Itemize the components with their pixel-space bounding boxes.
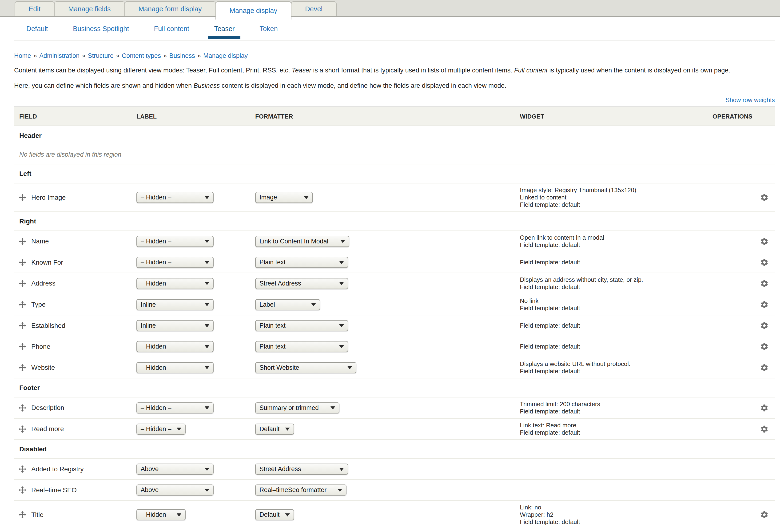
breadcrumb-link-business[interactable]: Business — [169, 52, 195, 59]
formatter-cell: Plain text — [255, 320, 520, 331]
formatter-select[interactable]: Default — [255, 509, 294, 520]
label-select[interactable]: – Hidden – — [136, 509, 186, 520]
tab-manage-fields[interactable]: Manage fields — [54, 1, 125, 16]
drag-handle-icon[interactable] — [19, 259, 26, 266]
drag-handle-icon[interactable] — [19, 466, 26, 473]
drag-handle-icon[interactable] — [19, 343, 26, 350]
operations-cell — [713, 403, 775, 412]
label-cell: – Hidden – — [136, 362, 255, 373]
label-select-value: – Hidden – — [141, 404, 172, 412]
gear-icon[interactable] — [760, 364, 769, 372]
breadcrumb-link-manage-display[interactable]: Manage display — [203, 52, 248, 59]
label-select[interactable]: Inline — [136, 299, 213, 310]
formatter-select-value: Default — [259, 426, 280, 433]
column-header-label: LABEL — [136, 113, 255, 120]
drag-handle-icon[interactable] — [19, 426, 26, 433]
label-select[interactable]: – Hidden – — [136, 402, 213, 414]
view-mode-tab-default[interactable]: Default — [26, 25, 48, 33]
field-name: Known For — [31, 259, 63, 266]
label-select[interactable]: – Hidden – — [136, 362, 213, 373]
column-header-operations: OPERATIONS — [713, 113, 775, 120]
tab-manage-form-display[interactable]: Manage form display — [125, 1, 216, 16]
widget-summary-line: Field template: default — [520, 429, 708, 436]
formatter-select[interactable]: Label — [255, 299, 320, 310]
chevron-down-icon — [304, 196, 309, 199]
gear-icon[interactable] — [760, 237, 769, 246]
gear-icon[interactable] — [760, 321, 769, 330]
field-row-type: TypeInlineLabelNo linkField template: de… — [14, 294, 775, 316]
label-select[interactable]: – Hidden – — [136, 278, 213, 289]
column-header-formatter: FORMATTER — [255, 113, 520, 120]
field-row-hero-image: Hero Image– Hidden –ImageImage style: Re… — [14, 184, 775, 212]
chevron-down-icon — [339, 345, 344, 348]
breadcrumb-link-content-types[interactable]: Content types — [122, 52, 161, 59]
gear-icon[interactable] — [760, 193, 769, 202]
formatter-cell: Short Website — [255, 362, 520, 373]
chevron-down-icon — [285, 428, 290, 431]
drag-handle-icon[interactable] — [19, 322, 26, 329]
formatter-select[interactable]: Plain text — [255, 257, 348, 268]
chevron-down-icon — [205, 240, 209, 243]
field-name: Phone — [31, 343, 50, 350]
label-select[interactable]: – Hidden – — [136, 257, 213, 268]
tab-devel[interactable]: Devel — [291, 1, 337, 16]
breadcrumb-link-administration[interactable]: Administration — [39, 52, 80, 59]
view-mode-tab-token[interactable]: Token — [259, 25, 278, 33]
formatter-cell: Street Address — [255, 278, 520, 289]
drag-handle-icon[interactable] — [19, 486, 26, 494]
label-select[interactable]: – Hidden – — [136, 192, 213, 203]
label-select[interactable]: Above — [136, 464, 213, 475]
breadcrumb-link-structure[interactable]: Structure — [88, 52, 114, 59]
show-row-weights-link[interactable]: Show row weights — [725, 96, 775, 103]
label-select[interactable]: – Hidden – — [136, 424, 186, 435]
formatter-select[interactable]: Street Address — [255, 278, 348, 289]
gear-icon[interactable] — [760, 425, 769, 433]
drag-handle-icon[interactable] — [19, 238, 26, 245]
widget-cell: Field template: default — [520, 322, 713, 329]
formatter-select-value: Summary or trimmed — [259, 404, 319, 412]
chevron-down-icon — [205, 406, 209, 409]
formatter-select[interactable]: Short Website — [255, 362, 356, 373]
formatter-select[interactable]: Image — [255, 192, 313, 203]
view-mode-tab-teaser[interactable]: Teaser — [214, 25, 235, 33]
formatter-select[interactable]: Summary or trimmed — [255, 402, 339, 414]
drag-handle-icon[interactable] — [19, 280, 26, 287]
view-mode-tab-full-content[interactable]: Full content — [154, 25, 189, 33]
formatter-select[interactable]: Default — [255, 424, 294, 435]
tab-edit[interactable]: Edit — [14, 1, 55, 16]
field-name: Hero Image — [31, 194, 66, 201]
tab-manage-display[interactable]: Manage display — [215, 1, 291, 19]
drag-handle-icon[interactable] — [19, 301, 26, 308]
label-select[interactable]: – Hidden – — [136, 341, 213, 352]
gear-icon[interactable] — [760, 258, 769, 267]
gear-icon[interactable] — [760, 342, 769, 351]
formatter-select[interactable]: Plain text — [255, 341, 348, 352]
field-row-name: Name– Hidden –Link to Content In ModalOp… — [14, 231, 775, 252]
breadcrumb-separator: » — [163, 52, 167, 59]
breadcrumb-link-home[interactable]: Home — [14, 52, 31, 59]
gear-icon[interactable] — [760, 511, 769, 519]
gear-icon[interactable] — [760, 300, 769, 309]
label-select[interactable]: Inline — [136, 320, 213, 331]
intro-paragraph-1: Content items can be displayed using dif… — [14, 66, 775, 75]
widget-summary-line: Field template: default — [520, 241, 708, 249]
field-name: Real–time SEO — [31, 486, 77, 494]
label-select-value: – Hidden – — [141, 280, 172, 287]
label-select[interactable]: – Hidden – — [136, 236, 213, 247]
gear-icon[interactable] — [760, 403, 769, 412]
view-mode-tab-business-spotlight[interactable]: Business Spotlight — [73, 25, 129, 33]
formatter-select[interactable]: Plain text — [255, 320, 348, 331]
drag-handle-icon[interactable] — [19, 364, 26, 371]
formatter-select[interactable]: Link to Content In Modal — [255, 236, 349, 247]
drag-handle-icon[interactable] — [19, 194, 26, 201]
gear-icon[interactable] — [760, 279, 769, 288]
drag-handle-icon[interactable] — [19, 404, 26, 412]
drag-handle-icon[interactable] — [19, 511, 26, 518]
formatter-select-value: Street Address — [259, 280, 301, 287]
widget-summary-line: Trimmed limit: 200 characters — [520, 400, 708, 408]
widget-cell: Open link to content in a modalField tem… — [520, 234, 713, 249]
formatter-select[interactable]: Street Address — [255, 464, 348, 475]
label-select[interactable]: Above — [136, 484, 213, 495]
field-name: Type — [31, 301, 46, 308]
formatter-select[interactable]: Real–timeSeo formatter — [255, 484, 346, 495]
